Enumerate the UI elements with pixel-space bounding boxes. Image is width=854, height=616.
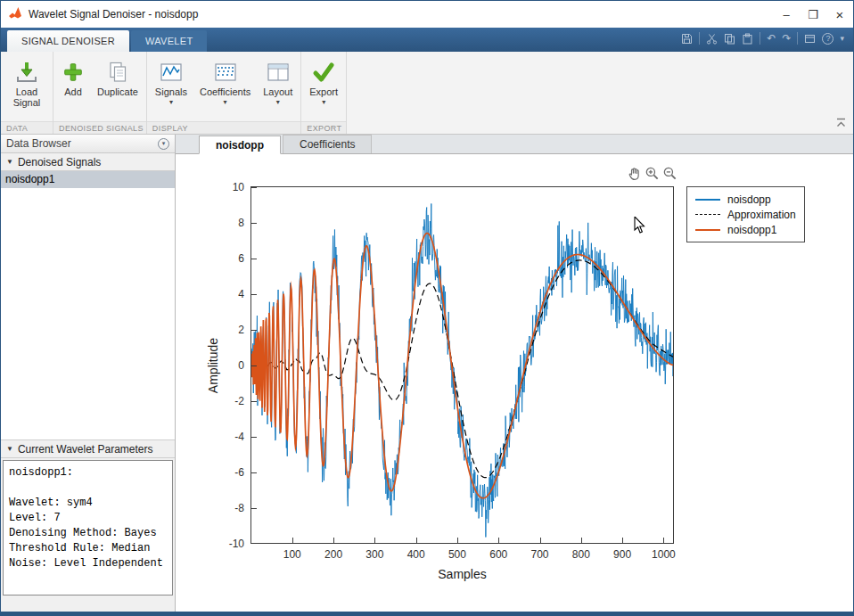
- ribbon-group-export: Export ▾ EXPORT: [301, 52, 347, 134]
- y-axis-label: Amplitude: [206, 337, 220, 392]
- plot-toolbar: [627, 166, 677, 181]
- matlab-logo-icon: [8, 6, 22, 22]
- undo-icon[interactable]: ↶: [767, 33, 776, 45]
- add-icon: [62, 58, 85, 86]
- load-signal-button[interactable]: Load Signal: [3, 53, 51, 121]
- toolstrip-tabs: SIGNAL DENOISER WAVELET: [1, 30, 207, 52]
- zoom-in-icon[interactable]: [645, 166, 660, 181]
- button-label: Load Signal: [9, 86, 45, 108]
- y-tick-label: -8: [234, 502, 244, 514]
- document-tab-bar: noisdopp Coefficients: [176, 135, 853, 154]
- legend-label: noisdopp1: [727, 224, 776, 236]
- zoom-out-icon[interactable]: [662, 166, 677, 181]
- chevron-down-icon: ▾: [276, 99, 280, 106]
- button-label: Add: [64, 86, 82, 97]
- y-tick-label: -4: [234, 431, 244, 443]
- load-signal-icon: [14, 58, 39, 86]
- close-button[interactable]: ×: [826, 1, 853, 28]
- content-area: Data Browser ▾ ▼ Denoised Signals noisdo…: [1, 135, 853, 612]
- group-label-export: EXPORT: [301, 121, 346, 134]
- y-tick-label: 0: [238, 359, 244, 372]
- button-label: Export: [309, 86, 338, 97]
- ribbon: Load Signal DATA Add: [1, 52, 853, 135]
- x-axis-label: Samples: [438, 567, 486, 581]
- chevron-down-icon[interactable]: ▾: [840, 34, 844, 43]
- group-label-denoised-signals: DENOISED SIGNALS: [53, 121, 146, 134]
- help-icon[interactable]: ?: [822, 33, 833, 45]
- x-tick-label: 800: [572, 548, 590, 561]
- document-area: noisdopp Coefficients Samples Amplitude …: [176, 135, 853, 612]
- y-tick-label: 6: [238, 252, 244, 265]
- collapse-ribbon-icon[interactable]: [835, 115, 847, 131]
- data-browser-header: Data Browser ▾: [1, 135, 175, 153]
- group-label-display: DISPLAY: [147, 121, 300, 134]
- signals-button[interactable]: Signals ▾: [149, 53, 193, 121]
- data-browser-panel: Data Browser ▾ ▼ Denoised Signals noisdo…: [1, 135, 176, 612]
- x-tick-label: 300: [365, 548, 383, 561]
- wavelet-parameters-section-header[interactable]: ▼ Current Wavelet Parameters: [1, 440, 175, 458]
- toolbar-separator: [699, 32, 700, 45]
- button-label: Coefficients: [200, 86, 250, 97]
- copy-icon[interactable]: [724, 33, 735, 45]
- chevron-down-icon: ▾: [322, 99, 325, 106]
- pan-icon[interactable]: [627, 166, 642, 181]
- legend-entry[interactable]: Approximation: [695, 207, 796, 222]
- save-icon[interactable]: [681, 33, 693, 45]
- x-tick-label: 700: [531, 548, 549, 561]
- legend-line-sample: [695, 214, 720, 215]
- ribbon-group-data: Load Signal DATA: [1, 52, 53, 134]
- list-item-noisdopp1[interactable]: noisdopp1: [1, 171, 175, 188]
- y-tick-label: -6: [234, 466, 244, 479]
- legend-line-sample: [695, 229, 720, 231]
- plot-legend: noisdoppApproximationnoisdopp1: [686, 186, 805, 242]
- button-label: Layout: [263, 86, 292, 97]
- signals-icon: [159, 58, 184, 86]
- tab-signal-denoiser[interactable]: SIGNAL DENOISER: [7, 30, 129, 52]
- window-layout-icon[interactable]: [804, 33, 816, 45]
- doc-tab-noisdopp[interactable]: noisdopp: [199, 136, 281, 154]
- coefficients-icon: [213, 58, 238, 86]
- title-bar: Wavelet Signal Denoiser - noisdopp – ❒ ×: [1, 1, 853, 28]
- coefficients-button[interactable]: Coefficients ▾: [193, 53, 257, 121]
- toolbar-separator: [797, 32, 798, 45]
- minimize-button[interactable]: –: [773, 1, 800, 28]
- plot-area: Samples Amplitude noisdoppApproximationn…: [176, 154, 853, 612]
- section-title: Current Wavelet Parameters: [18, 443, 153, 456]
- collapse-triangle-icon: ▼: [6, 445, 13, 453]
- doc-tab-coefficients[interactable]: Coefficients: [283, 135, 372, 153]
- redo-icon[interactable]: ↷: [782, 33, 791, 45]
- paste-icon[interactable]: [742, 33, 753, 45]
- denoised-signals-section-header[interactable]: ▼ Denoised Signals: [1, 153, 175, 171]
- x-tick-label: 200: [324, 548, 342, 561]
- x-tick-label: 100: [283, 548, 301, 561]
- x-tick-label: 1000: [652, 548, 676, 561]
- duplicate-icon: [105, 58, 130, 86]
- maximize-button[interactable]: ❒: [800, 1, 826, 28]
- x-tick-label: 400: [407, 548, 425, 561]
- toolbar-separator: [760, 32, 760, 45]
- chevron-down-icon: ▾: [169, 99, 173, 106]
- data-browser-menu-icon[interactable]: ▾: [158, 138, 169, 150]
- button-label: Duplicate: [97, 86, 138, 97]
- signal-plot-canvas[interactable]: [250, 186, 674, 544]
- layout-button[interactable]: Layout ▾: [257, 53, 299, 121]
- duplicate-button[interactable]: Duplicate: [91, 53, 144, 121]
- tab-wavelet[interactable]: WAVELET: [131, 30, 207, 52]
- export-check-icon: [311, 58, 336, 86]
- section-title: Denoised Signals: [18, 156, 101, 168]
- ribbon-group-display: Signals ▾ Coeffici: [147, 52, 301, 134]
- data-browser-title: Data Browser: [6, 137, 71, 150]
- ribbon-group-denoised-signals: Add Duplicate DENOISED SIGNALS: [53, 52, 147, 134]
- app-window: Wavelet Signal Denoiser - noisdopp – ❒ ×…: [0, 0, 854, 616]
- export-button[interactable]: Export ▾: [303, 53, 344, 121]
- add-button[interactable]: Add: [55, 53, 91, 121]
- window-controls: – ❒ ×: [773, 1, 853, 28]
- legend-entry[interactable]: noisdopp1: [695, 222, 796, 237]
- mouse-cursor-icon: [634, 217, 646, 238]
- legend-entry[interactable]: noisdopp: [695, 192, 796, 207]
- layout-icon: [266, 58, 291, 86]
- cut-icon[interactable]: [706, 33, 718, 45]
- x-tick-label: 900: [613, 548, 631, 561]
- window-title: Wavelet Signal Denoiser - noisdopp: [29, 8, 773, 21]
- y-tick-label: 4: [238, 288, 244, 300]
